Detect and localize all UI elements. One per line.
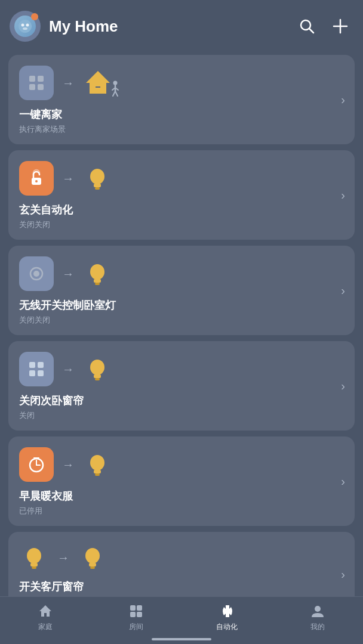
arrow-icon: →	[62, 363, 74, 376]
svg-rect-31	[38, 362, 44, 368]
svg-rect-54	[137, 612, 142, 617]
avatar-icon	[17, 18, 33, 34]
svg-rect-35	[94, 374, 101, 378]
svg-rect-8	[29, 76, 35, 82]
svg-rect-10	[29, 84, 35, 90]
automation-card-5[interactable]: → 早晨暖衣服 已停用 ›	[8, 436, 355, 526]
svg-rect-46	[32, 566, 36, 569]
svg-rect-24	[95, 187, 100, 190]
chevron-right-icon: ›	[341, 188, 345, 202]
svg-rect-48	[89, 563, 96, 566]
card-icons-row: →	[19, 447, 344, 482]
arrow-icon: →	[57, 551, 69, 565]
svg-point-0	[19, 20, 32, 33]
svg-point-2	[26, 24, 29, 27]
automation-card-2[interactable]: → 玄关自动化 关闭关闭 ›	[8, 150, 355, 240]
card-icons-row: →	[19, 352, 344, 386]
arrow-icon: →	[62, 172, 74, 185]
automations-list: → 一键离家 执行离家场景 ›	[0, 52, 363, 644]
walk-icon	[110, 80, 121, 97]
svg-point-26	[33, 271, 39, 277]
svg-rect-33	[38, 370, 44, 376]
card-title: 一键离家	[19, 107, 344, 122]
trigger-icon-box	[19, 66, 54, 100]
bulb-icon-4	[82, 450, 112, 479]
svg-point-3	[23, 27, 27, 30]
svg-rect-11	[38, 84, 44, 90]
mine-nav-icon	[309, 603, 326, 620]
trigger-icon-box	[19, 161, 54, 196]
svg-point-41	[90, 455, 104, 470]
avatar-dot	[31, 13, 38, 20]
card-title: 无线开关控制卧室灯	[19, 298, 344, 312]
svg-rect-9	[38, 76, 44, 82]
chevron-right-icon: ›	[341, 475, 345, 488]
nav-item-mine[interactable]: 我的	[272, 603, 363, 632]
nav-label-mine: 我的	[310, 622, 325, 632]
bulb-icon-3	[82, 354, 112, 384]
svg-rect-32	[29, 370, 35, 376]
chevron-right-icon: ›	[341, 93, 345, 107]
svg-rect-29	[95, 283, 100, 285]
svg-rect-42	[94, 470, 101, 473]
svg-point-1	[21, 24, 24, 27]
arrow-icon: →	[62, 76, 74, 90]
svg-point-34	[90, 360, 104, 375]
svg-rect-45	[30, 563, 38, 566]
card-icons-row: →	[19, 161, 344, 196]
nav-item-room[interactable]: 房间	[91, 603, 182, 632]
card-title: 玄关自动化	[19, 203, 344, 217]
svg-rect-53	[130, 612, 136, 617]
card-subtitle: 关闭	[19, 410, 344, 421]
svg-point-47	[85, 548, 100, 564]
action-icon-group	[82, 67, 121, 98]
trigger-icon-box	[19, 352, 54, 386]
svg-point-21	[35, 180, 38, 182]
svg-rect-51	[130, 605, 136, 611]
lock-icon	[26, 168, 47, 188]
card-subtitle: 关闭关闭	[19, 315, 344, 326]
nav-label-home: 家庭	[38, 622, 53, 632]
svg-rect-13	[94, 88, 101, 94]
card-icons-row: →	[19, 256, 344, 291]
header-actions	[296, 16, 351, 37]
nav-item-home[interactable]: 家庭	[0, 603, 91, 632]
search-button[interactable]	[296, 16, 318, 37]
nav-label-automation: 自动化	[216, 622, 238, 632]
svg-point-44	[27, 548, 41, 564]
chevron-right-icon: ›	[341, 568, 345, 581]
bulb-trigger-icon	[19, 543, 49, 572]
card-title: 早晨暖衣服	[19, 489, 344, 503]
svg-point-22	[90, 169, 104, 184]
svg-point-27	[90, 264, 104, 280]
card-subtitle: 已停用	[19, 506, 344, 516]
grid2-icon	[26, 359, 47, 379]
svg-rect-52	[137, 605, 142, 611]
automation-nav-icon	[219, 603, 235, 620]
nav-item-automation[interactable]: 自动化	[182, 603, 272, 632]
automation-card-4[interactable]: → 关闭次卧窗帘 关闭 ›	[8, 341, 355, 431]
bulb-icon-1	[82, 163, 112, 193]
svg-point-55	[315, 606, 321, 612]
timer-icon	[26, 454, 47, 475]
nav-label-room: 房间	[129, 622, 143, 632]
svg-rect-43	[95, 473, 100, 476]
card-subtitle: 关闭关闭	[19, 219, 344, 230]
svg-rect-23	[94, 184, 101, 187]
add-button[interactable]	[330, 16, 351, 37]
avatar[interactable]	[10, 11, 41, 42]
svg-line-5	[309, 29, 313, 33]
svg-rect-30	[29, 362, 35, 368]
svg-rect-28	[94, 279, 101, 283]
arrow-icon: →	[62, 267, 74, 281]
search-icon	[298, 17, 316, 35]
svg-line-18	[113, 91, 115, 96]
svg-marker-50	[39, 605, 51, 617]
automation-card-3[interactable]: → 无线开关控制卧室灯 关闭关闭 ›	[8, 246, 355, 335]
card-title: 开关客厅窗帘	[19, 580, 344, 594]
arrow-icon: →	[62, 458, 74, 472]
automation-card-1[interactable]: → 一键离家 执行离家场景 ›	[8, 55, 355, 144]
svg-point-14	[113, 81, 118, 85]
card-title: 关闭次卧窗帘	[19, 394, 344, 408]
switch-icon	[26, 264, 47, 284]
